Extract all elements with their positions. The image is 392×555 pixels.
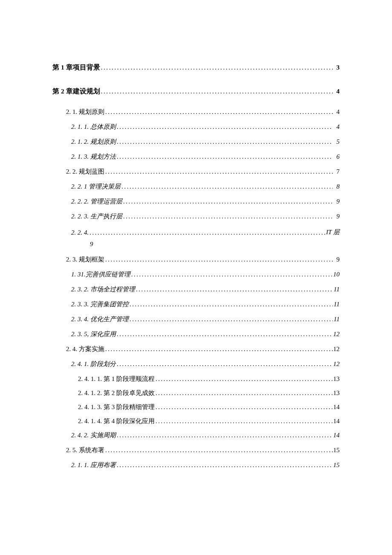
toc-page: 14 [333,404,340,410]
toc-leader [155,390,333,396]
toc-entry-2-5-1: 2. 1. 1. 应用布署 15 [52,462,340,468]
toc-page: 3 [333,64,340,71]
toc-label: 2. 4. 1. 3. 第 3 阶段精细管理 [78,404,155,410]
toc-entry-chapter-2: 第 2 章建设规划 4 [52,88,340,95]
toc-leader [104,256,333,263]
toc-entry-2-3-3: 2. 3. 3. 完善集团管控 11 [52,301,340,308]
toc-label: 第 2 章建设规划 [52,88,100,95]
toc-entry-2-2-3: 2. 2. 3. 生产执行层 9 [52,213,340,220]
toc-page: 14 [333,418,340,424]
toc-entry-2-4-2: 2. 4. 2. 实施周期 14 [52,432,340,439]
toc-entry-2-1-2: 2. 1. 2. 规划原则 5 [52,139,340,145]
toc-leader [116,432,333,439]
toc-label: 2. 4. 1. 1. 第 1 阶段理顺流程 [78,376,155,382]
toc-label: 2. 4. 2. 实施周期 [71,432,116,439]
toc-label: 2. 4. 1. 2. 第 2 阶段卓见成效 [78,390,155,396]
toc-label: 2. 2. 3. 生产执行层 [71,213,122,220]
toc-page: 9 [333,256,340,263]
toc-label: 2. 1. 1. 应用布署 [71,462,116,468]
toc-leader [104,346,333,352]
toc-page: 13 [333,390,340,396]
toc-label: 2. 3. 2. 市场全过程管理 [71,286,135,293]
toc-label: 2. 1. 2. 规划原则 [71,139,116,145]
toc-entry-chapter-1: 第 1 章项目背景 3 [52,64,340,71]
toc-label: 2. 3. 4. 优化生产管理 [71,316,129,323]
toc-label: 2. 3. 规划框架 [66,256,104,263]
toc-entry-2-2-4: 2. 2. 4. IT 层 9 [52,228,340,248]
toc-entry-2-5: 2. 5. 系统布署 15 [52,447,340,453]
toc-page: 12 [333,331,340,337]
table-of-contents: 第 1 章项目背景 3 第 2 章建设规划 4 2. 1. 规划原则 4 2. … [52,64,340,468]
toc-label: 1. 31.完善供应链管理 [71,271,130,278]
toc-leader [100,88,333,95]
toc-label: 2. 2. 2. 管理运营层 [71,198,122,205]
toc-entry-2-4-1-1: 2. 4. 1. 1. 第 1 阶段理顺流程 13 [52,376,340,382]
toc-leader [129,301,333,308]
toc-entry-2-4-1-2: 2. 4. 1. 2. 第 2 阶段卓见成效 13 [52,390,340,396]
toc-page: 14 [333,432,340,439]
toc-page: 4 [333,109,340,115]
toc-page: 15 [333,447,340,453]
toc-leader [135,286,333,293]
toc-leader [104,109,333,115]
toc-page: 12 [333,361,340,367]
toc-page: 9 [90,241,93,247]
toc-entry-2-2-1: 2. 2. 1 管理决策层 8 [52,183,340,190]
toc-label: 2. 2. 1 管理决策层 [71,183,121,190]
toc-leader [100,64,333,71]
toc-page: 4 [333,88,340,95]
toc-label: 2. 1. 1. 总体原则 [71,124,116,130]
toc-leader [116,154,333,160]
toc-entry-2-4-1-3: 2. 4. 1. 3. 第 3 阶段精细管理 14 [52,404,340,410]
toc-leader [155,418,333,424]
toc-label: 2. 1. 3. 规划方法 [71,154,116,160]
toc-entry-2-3: 2. 3. 规划框架 9 [52,256,340,263]
toc-page: 6 [333,154,340,160]
toc-entry-2-3-5: 2. 3. 5, 深化应用 12 [52,331,340,337]
toc-label: 2. 1. 规划原则 [66,109,104,115]
toc-label: 2. 2. 规划蓝图 [66,169,104,175]
toc-label: 2. 5. 系统布署 [66,447,104,453]
toc-entry-2-4-1: 2. 4. 1. 阶段划分 12 [52,361,340,367]
toc-page: 4 [333,124,340,130]
toc-leader [116,361,333,367]
toc-label: 2. 4. 1. 阶段划分 [71,361,116,367]
toc-leader [104,169,333,175]
toc-page: 11 [333,301,340,308]
toc-leader [104,447,333,453]
toc-entry-2-3-1: 1. 31.完善供应链管理 10 [52,271,340,278]
toc-label: 2. 4. 方案实施 [66,346,104,352]
toc-entry-2-4: 2. 4. 方案实施 12 [52,346,340,352]
toc-entry-2-2-2: 2. 2. 2. 管理运营层 9 [52,198,340,205]
toc-page: 11 [333,286,340,293]
toc-leader [129,316,333,323]
toc-leader [121,183,333,190]
toc-leader [155,404,333,410]
toc-label: 2. 3. 3. 完善集团管控 [71,301,129,308]
toc-entry-2-3-2: 2. 3. 2. 市场全过程管理 11 [52,286,340,293]
toc-leader [116,462,333,468]
toc-label: 2. 3. 5, 深化应用 [71,331,116,337]
toc-leader [116,124,333,130]
toc-leader [116,139,333,145]
toc-label-right: IT 层 [326,228,340,236]
toc-leader [89,229,326,236]
toc-page: 15 [333,462,340,468]
toc-page: 13 [333,376,340,382]
toc-page: 10 [333,271,340,278]
toc-entry-2-3-4: 2. 3. 4. 优化生产管理 11 [52,316,340,323]
toc-entry-2-2: 2. 2. 规划蓝图 7 [52,169,340,175]
toc-page: 11 [333,316,340,323]
toc-page: 7 [333,169,340,175]
toc-leader [116,331,333,337]
toc-label: 2. 2. 4. [71,229,89,236]
toc-label: 2. 4. 1. 4. 第 4 阶段深化应用 [78,418,155,424]
toc-entry-2-1: 2. 1. 规划原则 4 [52,109,340,115]
toc-entry-2-4-1-4: 2. 4. 1. 4. 第 4 阶段深化应用 14 [52,418,340,424]
toc-leader [122,198,333,205]
toc-page: 8 [333,183,340,190]
toc-entry-2-1-3: 2. 1. 3. 规划方法 6 [52,154,340,160]
toc-entry-2-1-1: 2. 1. 1. 总体原则 4 [52,124,340,130]
toc-page: 5 [333,139,340,145]
toc-leader [122,213,333,220]
